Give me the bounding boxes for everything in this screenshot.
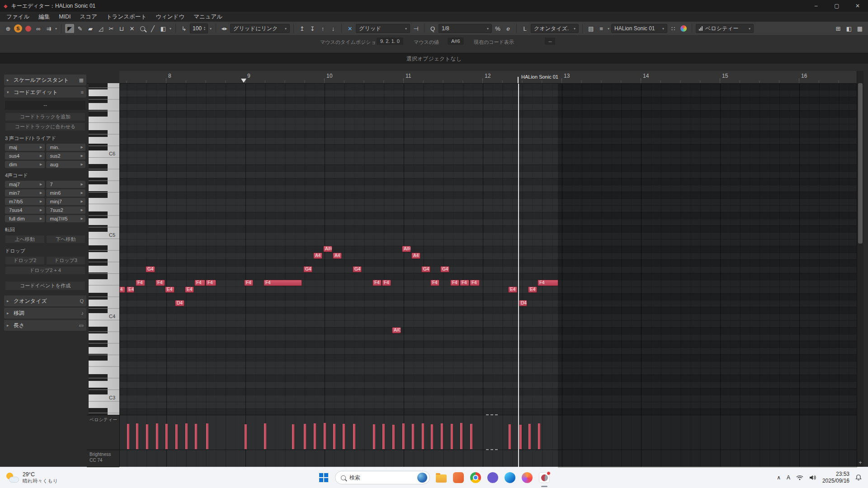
move-down-octave-button[interactable]: ↧ bbox=[308, 24, 317, 33]
chord-button-min6[interactable]: min6▶ bbox=[46, 189, 86, 197]
chord-button-dim[interactable]: dim▶ bbox=[5, 161, 45, 168]
section-chord-edit[interactable]: ▾ コードエディット ≡ bbox=[4, 87, 86, 98]
play-icon[interactable]: ▶ bbox=[40, 191, 42, 195]
part-selector-dropdown[interactable]: HALion Sonic 01 ▾ bbox=[611, 24, 667, 33]
velocity-bar[interactable] bbox=[245, 424, 247, 449]
play-icon[interactable]: ▶ bbox=[40, 200, 42, 203]
play-icon[interactable]: ▶ bbox=[81, 200, 83, 203]
chevron-down-icon[interactable]: ▾ bbox=[608, 27, 609, 31]
quantize-preset-dropdown[interactable]: 1/8 ▾ bbox=[439, 24, 492, 33]
velocity-bar[interactable] bbox=[412, 424, 414, 449]
midi-note-A#4[interactable]: A#4 bbox=[402, 246, 411, 252]
midi-note-A#3[interactable]: A#3 bbox=[392, 327, 401, 333]
minimize-button[interactable]: – bbox=[806, 0, 826, 12]
chord-button-sus2[interactable]: sus2▶ bbox=[46, 152, 86, 160]
step-input-icon[interactable]: ↳ bbox=[179, 24, 189, 33]
velocity-bar[interactable] bbox=[175, 424, 178, 449]
pin-icon[interactable]: ⊕ bbox=[4, 24, 13, 33]
grid-link-icon[interactable]: ◀▶ bbox=[220, 24, 229, 33]
velocity-bar[interactable] bbox=[422, 423, 424, 449]
midi-note-F4[interactable]: F4 bbox=[206, 280, 216, 286]
tuplet-icon[interactable]: e bbox=[504, 24, 513, 33]
independent-loop-icon[interactable]: ∞ bbox=[34, 24, 43, 33]
velocity-bar[interactable] bbox=[353, 424, 355, 449]
chord-button-maj[interactable]: maj▶ bbox=[5, 144, 45, 151]
chevron-down-icon[interactable]: ▾ bbox=[210, 27, 212, 31]
velocity-bar[interactable] bbox=[304, 424, 306, 449]
section-scale-assistant[interactable]: ▸ スケールアシスタント ▦ bbox=[4, 75, 86, 85]
velocity-bar[interactable] bbox=[195, 424, 197, 449]
section-quantize[interactable]: ▸ クオンタイズ Q bbox=[4, 296, 86, 306]
midi-note-F4[interactable]: F4 bbox=[450, 280, 459, 286]
draw-tool[interactable]: ✎ bbox=[75, 24, 85, 33]
velocity-bar[interactable] bbox=[165, 424, 168, 449]
lane-resize-handle[interactable] bbox=[486, 414, 498, 415]
chord-button-maj7[interactable]: maj7▶ bbox=[5, 181, 45, 188]
midi-note-G4[interactable]: G4 bbox=[421, 266, 430, 272]
create-chord-event-button[interactable]: コードイベントを作成 bbox=[5, 281, 85, 291]
drop-2-4-button[interactable]: ドロップ2 + 4 bbox=[5, 266, 85, 275]
ime-indicator[interactable]: A bbox=[787, 474, 790, 481]
velocity-bar[interactable] bbox=[127, 424, 129, 449]
midi-note-F4[interactable]: F4 bbox=[470, 280, 480, 286]
controller-lane-dropdown[interactable]: ベロシティー ▾ bbox=[696, 24, 754, 33]
move-up-octave-button[interactable]: ↥ bbox=[297, 24, 307, 33]
drop-button[interactable]: ドロップ3 bbox=[46, 256, 86, 265]
velocity-lane[interactable] bbox=[119, 415, 857, 450]
zoom-tool[interactable] bbox=[138, 24, 147, 33]
velocity-bar[interactable] bbox=[333, 424, 335, 449]
midi-note-F4[interactable]: F4 bbox=[136, 280, 145, 286]
search-box[interactable]: 検索 bbox=[335, 471, 430, 484]
chord-button-7[interactable]: 7▶ bbox=[46, 181, 86, 188]
taskbar-app-orange[interactable] bbox=[453, 472, 464, 483]
taskbar-app-browser[interactable] bbox=[521, 472, 533, 483]
chord-button-min.[interactable]: min.▶ bbox=[46, 144, 86, 151]
color-wheel-icon[interactable] bbox=[679, 24, 688, 33]
select-tool[interactable]: ◤ bbox=[65, 24, 74, 33]
velocity-bar[interactable] bbox=[431, 424, 433, 449]
midi-note-F4[interactable]: F4 bbox=[460, 280, 469, 286]
maximize-button[interactable]: ▢ bbox=[826, 0, 847, 12]
swing-icon[interactable]: % bbox=[493, 24, 502, 33]
velocity-bar[interactable] bbox=[470, 424, 472, 449]
taskbar-app-cubase[interactable] bbox=[538, 472, 550, 483]
mirror-icon[interactable]: ✕ bbox=[345, 24, 354, 33]
midi-note-E4[interactable]: E4 bbox=[508, 286, 517, 293]
chord-button-minj7[interactable]: minj7▶ bbox=[46, 198, 86, 205]
solo-button[interactable]: S bbox=[14, 24, 22, 33]
velocity-bar[interactable] bbox=[136, 423, 138, 449]
add-chord-track-button[interactable]: コードトラックを追加 bbox=[5, 113, 85, 121]
nudge-icon[interactable]: ⊣ bbox=[411, 24, 420, 33]
chord-button-min7[interactable]: min7▶ bbox=[5, 189, 45, 197]
line-tool[interactable]: ╱ bbox=[148, 24, 157, 33]
play-icon[interactable]: ▶ bbox=[40, 145, 42, 149]
taskbar-app-purple[interactable] bbox=[487, 472, 499, 483]
midi-note-A4[interactable]: A4 bbox=[313, 253, 322, 259]
velocity-bar[interactable] bbox=[292, 424, 294, 449]
part-list-icon[interactable]: ≡ bbox=[597, 24, 606, 33]
midi-note-F4[interactable]: F4 bbox=[194, 280, 205, 286]
menu-item-MIDI[interactable]: MIDI bbox=[54, 14, 75, 20]
glue-tool[interactable]: ⊔ bbox=[117, 24, 126, 33]
cc-lane-label[interactable]: Brightness CC 74 bbox=[87, 450, 119, 467]
match-chord-track-button[interactable]: コードトラックに合わせる bbox=[5, 122, 85, 131]
velocity-bar[interactable] bbox=[382, 424, 385, 449]
project-cursor[interactable] bbox=[518, 84, 519, 415]
open-lower-zone-icon[interactable]: ⊞ bbox=[834, 24, 843, 33]
play-icon[interactable]: ▶ bbox=[40, 163, 42, 166]
midi-note-A#4[interactable]: A#4 bbox=[323, 246, 332, 252]
play-icon[interactable]: ▶ bbox=[81, 191, 83, 195]
playhead-marker[interactable] bbox=[241, 79, 246, 83]
velocity-bar[interactable] bbox=[324, 423, 326, 449]
drop-button[interactable]: ドロップ2 bbox=[5, 256, 45, 265]
midi-note-A4[interactable]: A4 bbox=[411, 253, 420, 259]
chord-button-maj7/#5[interactable]: maj7/#5▶ bbox=[46, 215, 86, 222]
notification-bell-icon[interactable] bbox=[855, 474, 862, 481]
midi-note-F4[interactable]: F4 bbox=[430, 280, 439, 286]
wifi-icon[interactable] bbox=[796, 475, 803, 480]
acoustic-feedback-button[interactable] bbox=[24, 24, 33, 33]
move-down-button[interactable]: ↓ bbox=[329, 24, 338, 33]
velocity-bar[interactable] bbox=[451, 424, 453, 449]
velocity-lane-label[interactable]: ベロシティー bbox=[87, 415, 119, 450]
clock[interactable]: 23:53 2025/09/16 bbox=[822, 471, 849, 484]
